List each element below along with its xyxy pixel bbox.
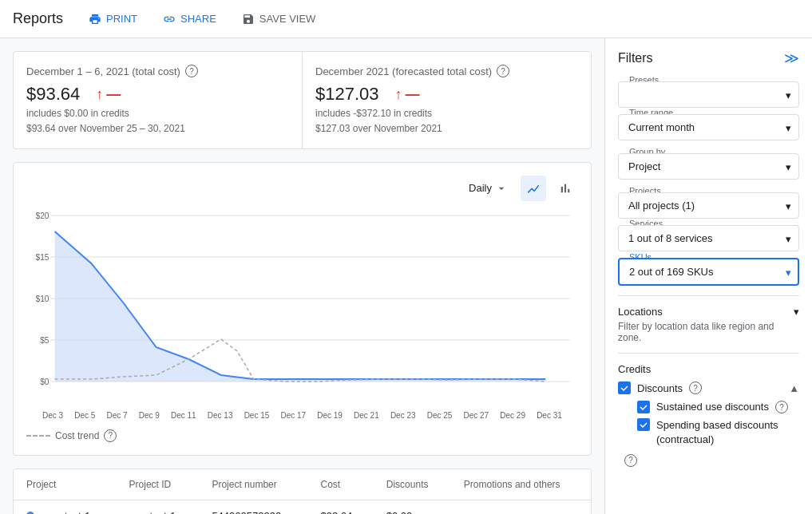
table-row: gpe-test-1 gpe-test-1 544960572290 $93.6… [14, 500, 591, 514]
cost-card-header-1: December 1 – 6, 2021 (total cost) ? [26, 65, 289, 77]
time-range-field: Time range Current month ▾ [618, 114, 799, 140]
skus-field: SKUs 2 out of 169 SKUs ▾ [618, 258, 799, 286]
sidebar-filters: Filters ≫ Presets ▾ Time range Current m… [604, 38, 812, 514]
svg-text:$5: $5 [40, 336, 50, 345]
col-promotions: Promotions and others [451, 469, 591, 500]
daily-select[interactable]: Daily [462, 179, 514, 198]
col-project-id: Project ID [117, 469, 200, 500]
discounts-collapse-icon[interactable]: ▲ [789, 382, 799, 394]
top-bar: Reports PRINT SHARE SAVE VIEW [0, 0, 812, 38]
col-project: Project [14, 469, 117, 500]
locations-section: Locations ▾ Filter by location data like… [618, 295, 799, 343]
svg-text:$20: $20 [35, 212, 49, 220]
page-title: Reports [13, 10, 63, 27]
cell-discounts: $0.00 [374, 500, 451, 514]
chart-x-labels: Dec 3 Dec 5 Dec 7 Dec 9 Dec 11 Dec 13 De… [26, 411, 578, 420]
cost-card-header-2: December 2021 (forecasted total cost) ? [315, 65, 578, 77]
cost-summary: December 1 – 6, 2021 (total cost) ? $93.… [13, 51, 592, 149]
chart-svg: $20 $15 $10 $5 $0 [26, 208, 578, 407]
daily-chevron-icon [495, 182, 508, 195]
top-bar-actions: PRINT SHARE SAVE VIEW [82, 10, 322, 29]
credits-section: Credits Discounts ? ▲ Sustained use disc… [618, 353, 799, 467]
save-view-button[interactable]: SAVE VIEW [236, 10, 323, 29]
locations-subtext: Filter by location data like region and … [618, 321, 799, 343]
services-select[interactable]: 1 out of 8 services [618, 225, 799, 251]
help-trend-icon[interactable]: ? [104, 429, 117, 442]
cell-promotions: — [451, 500, 591, 514]
discounts-row: Discounts ? ▲ [618, 382, 799, 394]
cost-credits-2: includes -$372.10 in credits [315, 108, 578, 119]
locations-header[interactable]: Locations ▾ [618, 306, 799, 318]
projects-field: Projects All projects (1) ▾ [618, 192, 799, 219]
share-button[interactable]: SHARE [156, 10, 223, 29]
services-field: Services 1 out of 8 services ▾ [618, 225, 799, 251]
skus-select[interactable]: 2 out of 169 SKUs [618, 258, 799, 286]
help-icon-1[interactable]: ? [185, 65, 198, 77]
chart-wrapper: $20 $15 $10 $5 $0 Dec 3 Dec 5 Dec 7 [26, 208, 578, 423]
dash-icon-2: — [406, 87, 420, 101]
presets-select[interactable] [618, 81, 799, 108]
cost-card-title-1: December 1 – 6, 2021 (total cost) [26, 65, 180, 77]
group-by-select[interactable]: Project [618, 153, 799, 180]
credits-help-icon-bottom: ? [624, 453, 799, 467]
cost-card-current: December 1 – 6, 2021 (total cost) ? $93.… [14, 52, 302, 148]
spending-based-row: Spending based discounts (contractual) [637, 418, 799, 447]
sustained-use-label: Sustained use discounts [656, 401, 769, 413]
save-icon [242, 13, 255, 26]
svg-text:$15: $15 [35, 253, 49, 262]
print-icon [89, 13, 101, 26]
locations-expand-icon: ▾ [794, 306, 799, 318]
spending-based-checkbox[interactable] [637, 418, 650, 431]
discounts-left: Discounts ? [618, 382, 702, 394]
col-discounts: Discounts [374, 469, 451, 500]
arrow-up-icon-1: ↑ [96, 87, 103, 101]
cost-amount-2: $127.03 [315, 84, 379, 105]
daily-label: Daily [469, 182, 492, 194]
sidebar-close-button[interactable]: ≫ [784, 49, 799, 67]
presets-field: Presets ▾ [618, 81, 799, 108]
discounts-checkbox[interactable] [618, 382, 631, 394]
table-header-row: Project Project ID Project number Cost D… [14, 469, 591, 500]
trend-line-sample [26, 435, 50, 437]
svg-text:$10: $10 [35, 295, 49, 303]
main-layout: December 1 – 6, 2021 (total cost) ? $93.… [0, 38, 812, 514]
cell-project: gpe-test-1 [14, 500, 117, 514]
check-icon [620, 383, 629, 393]
share-icon [163, 13, 176, 26]
bar-chart-button[interactable] [553, 176, 578, 201]
bar-chart-icon [558, 181, 572, 196]
cell-cost: $93.64 [308, 500, 374, 514]
credits-bottom-help[interactable]: ? [624, 454, 637, 467]
spending-based-label: Spending based discounts (contractual) [656, 418, 799, 447]
cost-card-forecast: December 2021 (forecasted total cost) ? … [302, 52, 591, 148]
print-button[interactable]: PRINT [82, 10, 144, 29]
discounts-help-icon[interactable]: ? [689, 382, 702, 394]
cost-credits-1: includes $0.00 in credits [26, 108, 289, 119]
locations-label: Locations [618, 306, 663, 318]
time-range-select[interactable]: Current month [618, 114, 799, 140]
arrow-up-icon-2: ↑ [395, 87, 402, 101]
line-chart-button[interactable] [521, 176, 546, 201]
help-icon-2[interactable]: ? [497, 65, 509, 77]
group-by-field: Group by Project ▾ [618, 153, 799, 180]
svg-text:$0: $0 [40, 378, 50, 386]
sustained-help-icon[interactable]: ? [775, 401, 788, 413]
sustained-use-checkbox[interactable] [637, 401, 650, 413]
credits-header: Credits [618, 363, 799, 375]
check-icon-3 [639, 420, 648, 429]
cost-change-row-1: $93.64 ↑ — [26, 84, 289, 108]
cell-project-number: 544960572290 [199, 500, 307, 514]
projects-select[interactable]: All projects (1) [618, 192, 799, 219]
chart-container: Daily [13, 162, 592, 456]
sustained-use-row: Sustained use discounts ? [637, 401, 799, 413]
cost-trend-legend: Cost trend ? [26, 429, 578, 442]
cost-change-text-2: $127.03 over November 2021 [315, 122, 578, 136]
cost-trend-label: Cost trend [55, 430, 99, 441]
data-table: Project Project ID Project number Cost D… [13, 469, 592, 514]
col-cost: Cost [308, 469, 374, 500]
content-area: December 1 – 6, 2021 (total cost) ? $93.… [0, 38, 604, 514]
discounts-label: Discounts [637, 382, 683, 394]
chart-controls: Daily [26, 176, 578, 201]
check-icon-2 [639, 402, 648, 412]
line-chart-icon [526, 181, 541, 196]
